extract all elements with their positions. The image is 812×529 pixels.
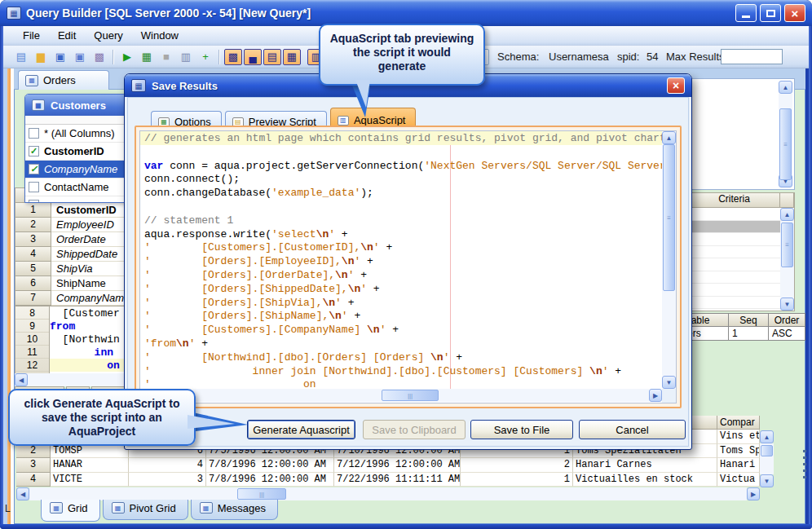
scroll-down-icon[interactable]: ▼ (662, 376, 676, 389)
result-cell: Hanari (717, 458, 760, 472)
scroll-right-icon[interactable]: ▶ (747, 487, 760, 500)
column-item-label: * (All Columns) (44, 127, 115, 139)
code-line: conn.connect(); (140, 172, 662, 186)
result-cell: Vins et (717, 430, 760, 443)
messages-icon: ▦ (200, 502, 213, 514)
code-line: 'from\n' + (140, 337, 662, 350)
line-number: 9 (15, 320, 49, 333)
selected-cell (691, 221, 782, 233)
maximize-button[interactable] (760, 4, 781, 22)
row-number: 5 (15, 262, 51, 276)
sql-editor[interactable]: 89101112 [Customerfrom [Northwin inn on (15, 306, 124, 373)
result-cell: 7/8/1996 12:00:00 AM (206, 473, 334, 487)
new-query-icon[interactable]: ▤ (12, 49, 30, 65)
row-number: 2 (15, 218, 51, 232)
script-window-icon[interactable]: ▥ (177, 49, 195, 65)
code-line: conn.changeDatabase('example_data'); (140, 186, 662, 200)
results-horizontal-scrollbar[interactable]: ◀ ||| ▶ (16, 487, 760, 500)
aquascript-icon: ▥ (338, 116, 349, 126)
diagram-vertical-scrollbar[interactable]: ▲ ≡ ▼ (779, 81, 792, 187)
code-line: ' on (140, 377, 662, 389)
code-vertical-scrollbar[interactable]: ▲ ≡ ▼ (662, 131, 676, 389)
result-cell: 7/8/1996 12:00:00 AM (206, 458, 334, 472)
sql-line: [Northwin (50, 333, 124, 346)
scroll-down-icon[interactable]: ▼ (780, 298, 794, 311)
callout-tail (355, 80, 370, 108)
spid-value: 54 (647, 51, 658, 63)
sql-line: from (50, 320, 124, 333)
results-panel-icon[interactable]: ▄ (244, 49, 262, 65)
tab-orders[interactable]: ▦ Orders (18, 70, 109, 90)
scroll-up-icon[interactable]: ▲ (760, 430, 774, 443)
criteria-column-header: Criteria (689, 193, 780, 208)
results-vertical-scrollbar[interactable]: ▲ ▼ (760, 430, 774, 487)
scroll-left-icon[interactable]: ◀ (15, 373, 28, 386)
notes-panel-icon[interactable]: ▤ (263, 49, 281, 65)
save-icon[interactable]: ▣ (51, 49, 69, 65)
order-grid-header-seq: Seq (729, 313, 769, 327)
dialog-title: Save Results (152, 80, 218, 92)
scroll-left-icon[interactable]: ◀ (16, 487, 29, 500)
scroll-up-icon[interactable]: ▲ (662, 131, 676, 144)
tab-messages[interactable]: ▦Messages (191, 500, 278, 520)
grid-panel-icon[interactable]: ▦ (283, 49, 301, 65)
menu-edit[interactable]: Edit (50, 28, 84, 43)
code-line: ' [Customers].[CompanyName] \n' + (140, 323, 662, 337)
menu-query[interactable]: Query (86, 28, 130, 43)
splitter-grip[interactable] (803, 450, 806, 479)
code-line: ' [Orders].[ShippedDate],\n' + (140, 282, 662, 296)
tab-label: Pivot Grid (130, 502, 176, 514)
code-area[interactable]: // generates an html page which contains… (140, 131, 662, 389)
result-view-tabs: ▦Grid▦Pivot Grid▦Messages (41, 500, 278, 522)
scroll-up-icon[interactable]: ▲ (779, 81, 792, 94)
max-results-label: Max Results: (666, 51, 727, 63)
table-row[interactable]: 4VICTE37/8/1996 12:00:00 AM7/22/1996 11:… (16, 473, 760, 487)
save-all-icon[interactable]: ▩ (90, 49, 108, 65)
tab-pivot-grid[interactable]: ▦Pivot Grid (103, 500, 188, 520)
tab-label: Messages (218, 502, 266, 514)
window-title: Query Builder [SQL Server 2000 -x- 54] [… (26, 7, 311, 20)
minimize-button[interactable] (735, 4, 757, 22)
menu-window[interactable]: Window (133, 28, 187, 43)
cancel-button[interactable]: Cancel (579, 420, 686, 439)
code-line: ' [Orders].[ShipName],\n' + (140, 309, 662, 323)
table-row[interactable]: 3HANAR47/8/1996 12:00:00 AM7/12/1996 12:… (16, 458, 760, 472)
save-to-file-button[interactable]: Save to File (470, 420, 573, 439)
tab-label: Grid (68, 502, 88, 514)
open-file-icon[interactable]: ▆ (32, 49, 50, 65)
tab-grid[interactable]: ▦Grid (41, 500, 100, 522)
row-number: 1 (15, 203, 51, 218)
menu-file[interactable]: File (15, 28, 48, 43)
unchecked-checkbox-icon[interactable] (29, 200, 39, 203)
scroll-right-icon[interactable]: ▶ (649, 389, 662, 402)
row-number: 4 (15, 247, 51, 262)
spid-label: spid: (617, 51, 639, 63)
sql-editor-hscrollbar[interactable]: ◀ (15, 373, 124, 386)
line-number: 10 (15, 333, 49, 346)
execute-grid-icon[interactable]: ▦ (138, 49, 156, 65)
window-frame-right (809, 26, 812, 524)
dialog-close-button[interactable]: × (667, 77, 685, 94)
row-number: 4 (16, 473, 51, 487)
criteria-vertical-scrollbar[interactable]: ▲ ≡ ▼ (780, 208, 794, 311)
close-button[interactable]: × (784, 4, 805, 22)
line-number: 8 (15, 306, 49, 320)
generate-aquascript-button[interactable]: Generate Aquascript (247, 420, 355, 439)
unchecked-checkbox-icon[interactable] (29, 128, 39, 139)
code-line: ' [Orders].[OrderDate],\n' + (140, 268, 662, 282)
checked-checkbox-icon[interactable]: ✓ (29, 164, 39, 174)
max-results-input[interactable] (721, 49, 783, 64)
scroll-up-icon[interactable]: ▲ (780, 208, 794, 221)
code-line: ' inner join [Northwind].[dbo].[Customer… (140, 364, 662, 378)
window-layout-icon[interactable]: ▩ (224, 49, 242, 65)
run-icon[interactable]: ▶ (118, 49, 136, 65)
checked-checkbox-icon[interactable]: ✓ (29, 146, 39, 156)
code-horizontal-scrollbar[interactable]: ◀ ||| ▶ (140, 389, 662, 402)
unchecked-checkbox-icon[interactable] (29, 182, 39, 192)
scroll-down-icon[interactable]: ▼ (760, 474, 774, 487)
add-table-icon[interactable]: + (196, 49, 214, 65)
aquascript-code-editor[interactable]: // generates an html page which contains… (139, 130, 677, 403)
window-frame-bottom (0, 524, 812, 529)
save-as-icon[interactable]: ▣ (71, 49, 89, 65)
stop-icon[interactable]: ■ (157, 49, 175, 65)
